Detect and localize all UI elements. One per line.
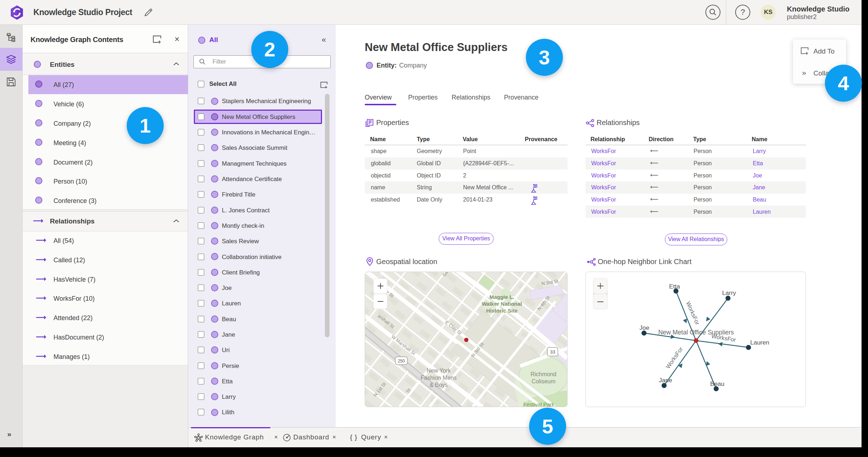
svg-text:New York: New York bbox=[426, 368, 451, 374]
svg-text:& Boys: & Boys bbox=[430, 382, 448, 388]
svg-text:Maggie L.: Maggie L. bbox=[489, 294, 514, 300]
svg-text:Coliseum: Coliseum bbox=[532, 378, 556, 384]
svg-text:250: 250 bbox=[398, 359, 405, 364]
svg-text:Lauren: Lauren bbox=[750, 339, 769, 346]
svg-text:Jane: Jane bbox=[659, 377, 672, 384]
svg-text:Beau: Beau bbox=[710, 380, 724, 387]
svg-text:Historic Site: Historic Site bbox=[486, 308, 518, 314]
svg-text:Walker National: Walker National bbox=[482, 301, 522, 307]
svg-text:33: 33 bbox=[550, 349, 555, 355]
svg-text:Joe: Joe bbox=[639, 324, 649, 331]
svg-text:Richmond: Richmond bbox=[531, 371, 556, 377]
svg-text:Festival Park: Festival Park bbox=[523, 401, 555, 407]
svg-text:WorksFor: WorksFor bbox=[685, 301, 701, 326]
svg-text:Larry: Larry bbox=[722, 290, 736, 296]
svg-text:Etta: Etta bbox=[669, 283, 680, 290]
svg-text:Fashion Mens: Fashion Mens bbox=[421, 375, 457, 381]
